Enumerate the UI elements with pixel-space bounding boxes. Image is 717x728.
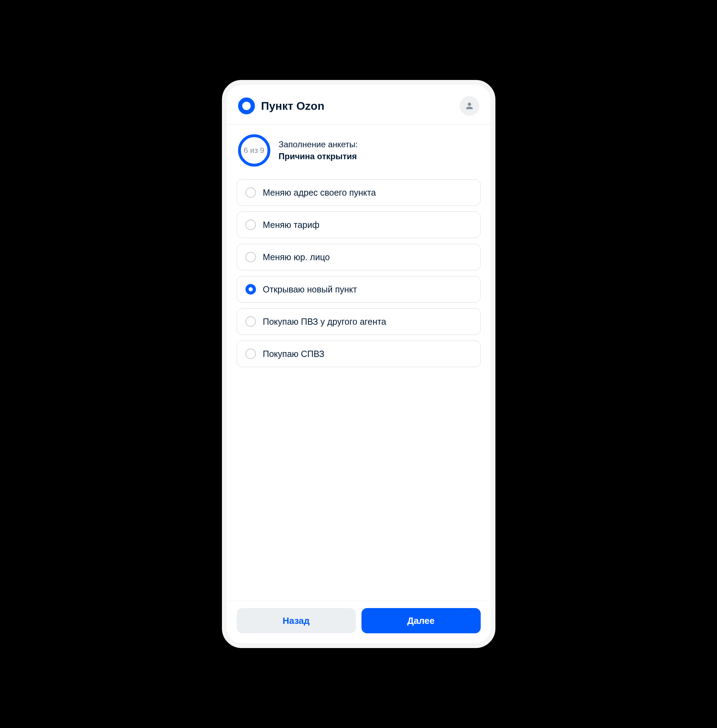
options-list: Меняю адрес своего пунктаМеняю тарифМеня… [227,176,491,370]
footer-actions: Назад Далее [227,601,491,643]
option-label: Меняю адрес своего пункта [263,188,376,198]
option-label: Меняю юр. лицо [263,252,330,262]
user-icon [465,101,474,111]
option-label: Открываю новый пункт [263,284,357,295]
option-label: Покупаю ПВЗ у другого агента [263,317,386,327]
app-header: Пункт Ozon [227,85,491,125]
option-label: Покупаю СПВЗ [263,349,325,359]
header-left: Пункт Ozon [238,98,325,114]
radio-icon [246,252,256,262]
reason-option[interactable]: Меняю юр. лицо [236,244,481,270]
option-label: Меняю тариф [263,220,320,230]
progress-ring-icon: 6 из 9 [238,134,270,166]
next-button[interactable]: Далее [362,608,481,633]
progress-counter: 6 из 9 [244,146,264,155]
progress-labels: Заполнение анкеты: Причина открытия [279,140,358,161]
progress-subtitle: Причина открытия [279,151,358,161]
reason-option[interactable]: Открываю новый пункт [236,276,481,303]
progress-title: Заполнение анкеты: [279,140,358,150]
profile-button[interactable] [460,96,479,116]
reason-option[interactable]: Меняю тариф [236,211,481,238]
radio-icon [246,220,256,230]
radio-icon [246,316,256,327]
radio-icon [246,284,256,295]
reason-option[interactable]: Меняю адрес своего пункта [236,179,481,206]
reason-option[interactable]: Покупаю ПВЗ у другого агента [236,308,481,335]
app-title: Пункт Ozon [261,99,325,113]
phone-frame: Пункт Ozon 6 из 9 Заполнение анкеты: При… [222,80,496,648]
radio-icon [246,187,256,198]
ozon-logo-icon [238,98,255,114]
radio-icon [246,349,256,359]
progress-section: 6 из 9 Заполнение анкеты: Причина открыт… [227,125,491,176]
back-button[interactable]: Назад [236,608,356,633]
reason-option[interactable]: Покупаю СПВЗ [236,340,481,367]
